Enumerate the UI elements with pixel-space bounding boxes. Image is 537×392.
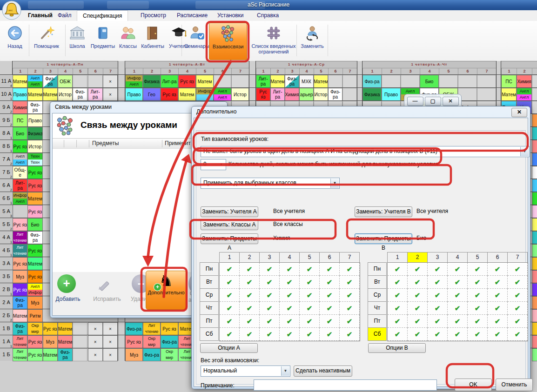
restore-icon[interactable]: ▢ — [425, 97, 441, 106]
lesson-cell[interactable]: Право — [382, 88, 401, 101]
cancel-button[interactable]: Отменить — [496, 379, 533, 391]
lesson-cell[interactable]: × — [103, 88, 118, 101]
lesson-cell[interactable]: Физ-ра — [13, 322, 27, 335]
grid-a-cell-Ср-7[interactable]: ✔ — [340, 289, 360, 302]
lesson-cell[interactable]: Истор — [27, 140, 42, 153]
column-header-subjects[interactable]: Предметы — [92, 140, 119, 146]
grid-a-cell-Пн-7[interactable]: ✔ — [340, 263, 360, 276]
grid-b-cell-Ср-7[interactable]: ✔ — [508, 289, 528, 302]
lesson-cell[interactable] — [532, 166, 537, 179]
lesson-cell[interactable]: Матем — [27, 192, 42, 205]
lesson-cell[interactable]: × — [103, 322, 118, 335]
menu-item-3[interactable]: Спецификация — [77, 10, 128, 21]
lesson-cell-empty[interactable] — [73, 322, 87, 335]
replace-subjects-b-button[interactable]: Заменить: Предметы В — [355, 233, 412, 244]
lesson-cell[interactable]: Истор — [231, 88, 249, 101]
grid-a-cell-Ср-4[interactable]: ✔ — [280, 289, 300, 302]
lesson-cell-empty[interactable] — [73, 335, 87, 348]
lesson-cell[interactable]: Муз — [27, 296, 42, 309]
grid-a-cell-Чт-4[interactable]: ✔ — [280, 302, 300, 315]
lesson-cell[interactable]: Окрмир — [161, 348, 178, 361]
lesson-cell[interactable] — [532, 296, 537, 309]
apply-scope-dropdown[interactable]: Применить для выбранных классов ▼ — [201, 178, 340, 189]
grid-a-cell-Пн-4[interactable]: ✔ — [280, 263, 300, 276]
lesson-cell[interactable]: Физ-ра — [73, 88, 87, 101]
grid-a-cell-Чт-6[interactable]: ✔ — [320, 302, 340, 315]
lesson-cell[interactable]: Физ-ра — [143, 348, 161, 361]
class-label[interactable]: 6 Б1 — [0, 192, 13, 205]
column-header-apply[interactable]: Применит — [165, 140, 191, 146]
lesson-cell[interactable]: Рус яз — [27, 166, 42, 179]
grid-a-cell-Пн-6[interactable]: ✔ — [320, 263, 340, 276]
grid-b-cell-Ср-1[interactable]: ✔ — [388, 289, 408, 302]
grid-b-cell-Пн-1[interactable]: ✔ — [388, 263, 408, 276]
lesson-cell[interactable]: Рус яз — [13, 257, 27, 270]
lesson-cell[interactable]: Литчтение — [13, 231, 27, 244]
lesson-cell-empty[interactable] — [231, 75, 249, 88]
app-logo-bell-icon[interactable]: asc — [1, 0, 23, 20]
lesson-cell[interactable]: Право — [13, 88, 27, 101]
grid-a-cell-Вт-3[interactable]: ✔ — [260, 276, 280, 289]
class-label[interactable]: 7 Б2 — [0, 166, 13, 179]
lesson-cell[interactable] — [532, 205, 537, 218]
lesson-cell[interactable]: × — [103, 335, 118, 348]
add-icon[interactable]: + — [57, 274, 76, 293]
lesson-cell-empty[interactable] — [73, 348, 87, 361]
exceptions-count-dropdown[interactable]: 0 ▼ — [201, 159, 226, 170]
lesson-cell-empty[interactable] — [458, 75, 477, 88]
make-inactive-button[interactable]: Сделать неактивным — [294, 365, 352, 377]
grid-b-cell-Чт-5[interactable]: ✔ — [468, 302, 488, 315]
lesson-cell[interactable]: АнглАнгл — [517, 88, 532, 101]
lesson-cell[interactable]: Инфор — [196, 88, 214, 101]
lesson-cell-empty[interactable] — [477, 75, 496, 88]
lesson-cell[interactable]: Матем — [58, 335, 73, 348]
lesson-cell[interactable]: Рус яз — [161, 322, 178, 335]
lesson-cell[interactable]: Литчтение — [143, 322, 161, 335]
class-label[interactable]: 3 Б — [0, 270, 13, 283]
lesson-cell[interactable] — [532, 270, 537, 283]
grid-b-cell-Чт-4[interactable]: ✔ — [448, 302, 468, 315]
chevron-down-icon[interactable]: ▼ — [217, 160, 225, 169]
lesson-cell[interactable]: Лит-ра — [161, 75, 178, 88]
grid-a-cell-Чт-1[interactable]: ✔ — [220, 302, 240, 315]
lesson-cell[interactable]: Физика — [27, 127, 42, 140]
class-label[interactable]: 7 А2 — [0, 153, 13, 166]
grid-a-cell-Сб-3[interactable]: ✔ — [260, 328, 280, 341]
grid-a-cell-Пн-2[interactable]: ✔ — [240, 263, 260, 276]
note-input[interactable] — [254, 379, 437, 391]
lesson-cell[interactable]: Лит-ра — [13, 179, 27, 192]
grid-b-cell-Вт-5[interactable]: ✔ — [468, 276, 488, 289]
lesson-cell[interactable]: ПС — [13, 114, 27, 127]
lesson-cell-empty[interactable] — [342, 75, 357, 88]
class-label[interactable]: 11 А4 — [0, 75, 13, 87]
lesson-cell[interactable]: Рус яз — [13, 140, 27, 153]
lesson-cell[interactable]: Матем — [13, 309, 27, 322]
lesson-cell[interactable] — [532, 192, 537, 205]
grid-a-cell-Вт-4[interactable]: ✔ — [280, 276, 300, 289]
lesson-cell[interactable]: Физ-ра — [58, 348, 73, 361]
lesson-cell[interactable]: Рус яз — [27, 179, 42, 192]
grid-b-cell-Чт-2[interactable]: ✔ — [408, 302, 428, 315]
grid-a-cell-Ср-1[interactable]: ✔ — [220, 289, 240, 302]
grid-a-cell-Чт-5[interactable]: ✔ — [300, 302, 320, 315]
grid-b-cell-Пн-4[interactable]: ✔ — [448, 263, 468, 276]
lesson-cell[interactable]: Истор — [58, 88, 73, 101]
toolbar-button-school[interactable]: Школа — [66, 23, 88, 59]
lesson-cell-empty[interactable] — [382, 75, 401, 88]
grid-b-cell-Пн-7[interactable]: ✔ — [508, 263, 528, 276]
lesson-cell[interactable] — [532, 335, 537, 348]
toolbar-button-rooms[interactable]: Кабинеты — [140, 23, 166, 59]
replace-classes-a-button[interactable]: Заменить: Классы А — [201, 219, 258, 230]
class-label[interactable]: 3 А — [0, 257, 13, 270]
lesson-cell-empty[interactable] — [532, 88, 537, 101]
grid-a-cell-Сб-5[interactable]: ✔ — [300, 328, 320, 341]
grid-a-cell-Вт-2[interactable]: ✔ — [240, 276, 260, 289]
lesson-cell[interactable]: ПС — [501, 75, 517, 88]
grid-a-cell-Вт-5[interactable]: ✔ — [300, 276, 320, 289]
menu-item-2[interactable]: Файл — [52, 10, 77, 20]
lesson-cell[interactable]: Химия — [285, 88, 299, 101]
lesson-cell[interactable]: × — [103, 75, 118, 88]
class-label[interactable]: 10 А1 — [0, 88, 13, 100]
grid-a-cell-Пт-3[interactable]: ✔ — [260, 315, 280, 328]
replace-teachers-a-button[interactable]: Заменить: Учителя А — [201, 206, 258, 217]
